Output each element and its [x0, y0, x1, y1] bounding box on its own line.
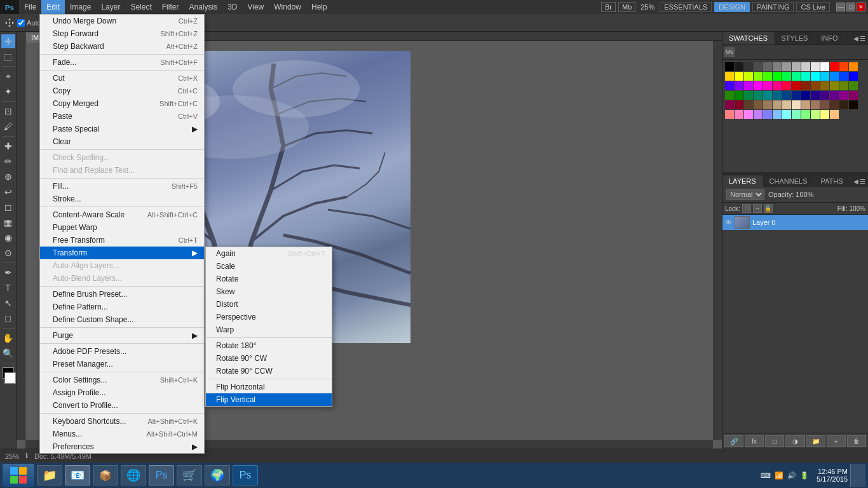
color-swatch[interactable] [754, 62, 763, 71]
color-swatch[interactable] [830, 81, 839, 90]
color-swatch[interactable] [792, 110, 801, 119]
color-swatch[interactable] [830, 91, 839, 100]
tab-swatches[interactable]: SWATCHES [722, 32, 775, 44]
color-swatch[interactable] [754, 110, 763, 119]
color-swatch[interactable] [782, 72, 791, 81]
minibrige-btn[interactable]: Mb [618, 2, 635, 12]
tab-channels[interactable]: CHANNELS [763, 175, 815, 187]
color-swatch[interactable] [811, 110, 820, 119]
submenu-scale[interactable]: Scale [206, 260, 332, 273]
taskbar-ie[interactable]: 🌐 [121, 465, 146, 485]
color-swatch[interactable] [773, 100, 782, 109]
submenu-perspective[interactable]: Perspective [206, 311, 332, 323]
color-swatch[interactable] [782, 110, 791, 119]
tab-info[interactable]: INFO [815, 32, 844, 44]
color-swatch[interactable] [782, 91, 791, 100]
menu-file[interactable]: File [19, 0, 41, 14]
color-swatch[interactable] [773, 110, 782, 119]
layer-row-0[interactable]: 👁 Layer 0 [722, 215, 868, 230]
eraser-tool[interactable]: ◻ [1, 200, 15, 214]
menu-analysis[interactable]: Analysis [184, 0, 222, 14]
submenu-rotate180[interactable]: Rotate 180° [206, 339, 332, 352]
blur-tool[interactable]: ◉ [1, 231, 15, 245]
color-swatch[interactable] [830, 100, 839, 109]
color-swatch[interactable] [725, 110, 734, 119]
opacity-value[interactable]: 100% [796, 191, 813, 198]
menu-auto-align[interactable]: Auto-Align Layers... [40, 259, 204, 272]
color-swatch[interactable] [811, 72, 820, 81]
lasso-tool[interactable]: ⌖ [1, 69, 15, 83]
close-btn[interactable]: ✕ [857, 3, 865, 11]
menu-paste[interactable]: PasteCtrl+V [40, 110, 204, 123]
layers-collapse-btn[interactable]: ◀ [853, 178, 858, 185]
color-swatch[interactable] [744, 91, 753, 100]
menu-step-forward[interactable]: Step ForwardShift+Ctrl+Z [40, 27, 204, 40]
auto-select-checkbox[interactable] [17, 19, 25, 27]
color-swatch[interactable] [744, 81, 753, 90]
menu-step-backward[interactable]: Step BackwardAlt+Ctrl+Z [40, 40, 204, 53]
menu-clear[interactable]: Clear [40, 135, 204, 148]
layer-mask-btn[interactable]: ◻ [765, 435, 784, 447]
menu-fade[interactable]: Fade...Shift+Ctrl+F [40, 56, 204, 69]
eyedropper-tool[interactable]: 🖊 [1, 119, 15, 133]
menu-fill[interactable]: Fill...Shift+F5 [40, 180, 204, 193]
color-swatch[interactable] [820, 100, 829, 109]
link-layers-btn[interactable]: 🔗 [724, 435, 743, 447]
submenu-again[interactable]: AgainShift+Ctrl+T [206, 247, 332, 260]
minimize-btn[interactable]: — [836, 3, 845, 11]
color-swatch[interactable] [735, 72, 743, 81]
workspace-painting[interactable]: PAINTING [752, 2, 794, 12]
menu-select[interactable]: Select [125, 0, 156, 14]
crop-tool[interactable]: ⊡ [1, 104, 15, 118]
submenu-rotate90ccw[interactable]: Rotate 90° CCW [206, 365, 332, 377]
color-swatch[interactable] [801, 110, 810, 119]
menu-edit[interactable]: Edit [41, 0, 65, 14]
menu-copy[interactable]: CopyCtrl+C [40, 85, 204, 97]
panel-collapse-btn[interactable]: ◀ [853, 35, 858, 42]
color-swatch[interactable] [792, 91, 801, 100]
color-swatch[interactable] [735, 81, 743, 90]
color-swatch[interactable] [801, 81, 810, 90]
color-swatch[interactable] [773, 62, 782, 71]
color-swatch[interactable] [782, 62, 791, 71]
color-swatch[interactable] [725, 62, 734, 71]
color-swatch[interactable] [773, 72, 782, 81]
color-swatch[interactable] [792, 72, 801, 81]
color-swatch[interactable] [839, 100, 848, 109]
layers-menu-btn[interactable]: ☰ [860, 178, 865, 185]
color-swatch[interactable] [830, 62, 839, 71]
menu-keyboard-shortcuts[interactable]: Keyboard Shortcuts...Alt+Shift+Ctrl+K [40, 415, 204, 428]
color-swatch[interactable] [830, 110, 839, 119]
healing-tool[interactable]: ✚ [1, 139, 15, 153]
color-swatch[interactable] [773, 81, 782, 90]
move-tool[interactable]: ✛ [1, 34, 15, 48]
color-swatch[interactable] [801, 72, 810, 81]
menu-window[interactable]: Window [269, 0, 306, 14]
pen-tool[interactable]: ✒ [1, 266, 15, 280]
taskbar-dropbox[interactable]: 📦 [93, 465, 118, 485]
vertical-scrollbar[interactable] [713, 41, 722, 440]
fill-value[interactable]: 100% [849, 205, 865, 212]
color-swatch[interactable] [725, 91, 734, 100]
color-swatch[interactable] [735, 62, 743, 71]
blend-mode-select[interactable]: Normal [726, 189, 764, 200]
tab-styles[interactable]: STYLES [775, 32, 815, 44]
color-swatch[interactable] [782, 100, 791, 109]
color-swatch[interactable] [792, 62, 801, 71]
color-swatch[interactable] [744, 72, 753, 81]
menu-purge[interactable]: Purge▶ [40, 329, 204, 342]
color-swatch[interactable] [839, 91, 848, 100]
color-swatch[interactable] [801, 62, 810, 71]
color-swatch[interactable] [849, 81, 858, 90]
color-swatch[interactable] [763, 72, 772, 81]
background-color[interactable] [4, 372, 16, 384]
menu-auto-blend[interactable]: Auto-Blend Layers... [40, 272, 204, 285]
lock-all-btn[interactable]: 🔒 [764, 204, 773, 213]
layer-visibility-eye[interactable]: 👁 [725, 219, 732, 226]
zoom-tool[interactable]: 🔍 [1, 346, 15, 360]
color-swatch[interactable] [744, 110, 753, 119]
menu-check-spelling[interactable]: Check Spelling... [40, 151, 204, 164]
workspace-essentials[interactable]: ESSENTIALS [660, 2, 712, 12]
menu-convert-profile[interactable]: Convert to Profile... [40, 399, 204, 412]
cs-live-btn[interactable]: CS Live [796, 2, 830, 12]
